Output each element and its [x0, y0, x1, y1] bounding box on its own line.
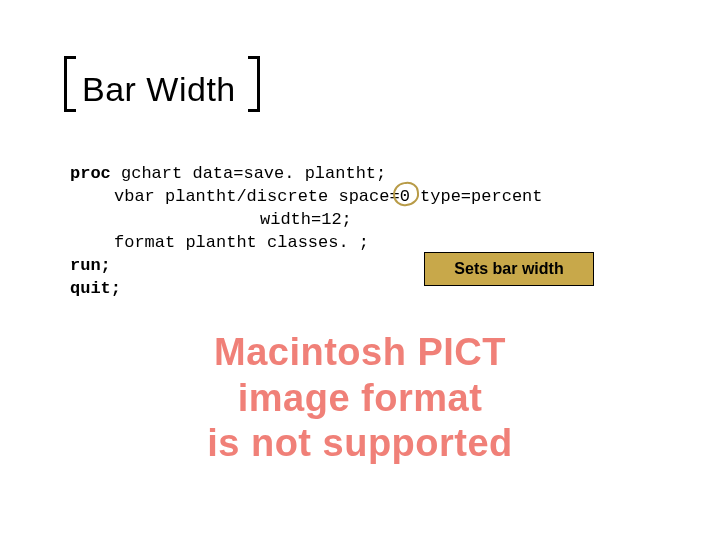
- callout-text: Sets bar width: [454, 260, 563, 278]
- code-line-3: width=12;: [260, 210, 352, 229]
- title-bracket-decor: Bar Width: [70, 60, 254, 123]
- code-line-5: run;: [70, 256, 111, 275]
- code-line-1: gchart data=save. plantht;: [111, 164, 386, 183]
- slide: Bar Width proc gchart data=save. plantht…: [0, 0, 720, 540]
- error-line-3: is not supported: [0, 421, 720, 467]
- code-line-2a: vbar plantht/discrete space=: [114, 187, 400, 206]
- code-kw-proc: proc: [70, 164, 111, 183]
- error-line-2: image format: [0, 376, 720, 422]
- bracket-left-icon: [64, 56, 84, 112]
- code-line-6: quit;: [70, 279, 121, 298]
- callout-box: Sets bar width: [424, 252, 594, 286]
- bracket-right-icon: [240, 56, 260, 112]
- circled-zero: 0: [400, 186, 410, 209]
- error-line-1: Macintosh PICT: [0, 330, 720, 376]
- slide-title: Bar Width: [82, 70, 236, 109]
- pict-error-message: Macintosh PICT image format is not suppo…: [0, 330, 720, 467]
- code-line-4: format plantht classes. ;: [114, 233, 369, 252]
- code-line-2b: type=percent: [410, 187, 543, 206]
